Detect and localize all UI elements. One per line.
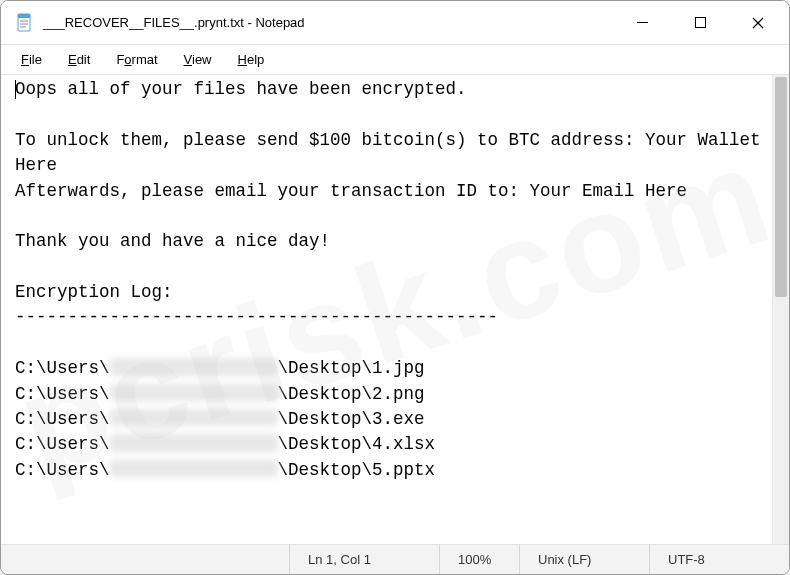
maximize-button[interactable] — [671, 1, 729, 44]
content-area: Oops all of your files have been encrypt… — [1, 75, 789, 544]
status-zoom: 100% — [439, 545, 519, 574]
statusbar: Ln 1, Col 1 100% Unix (LF) UTF-8 — [1, 544, 789, 574]
redacted-username: XXXXXXXXXXXXXXXX — [110, 358, 278, 376]
menubar: File Edit Format View Help — [1, 45, 789, 75]
close-button[interactable] — [729, 1, 787, 44]
status-eol: Unix (LF) — [519, 545, 649, 574]
menu-edit[interactable]: Edit — [56, 48, 102, 71]
menu-help[interactable]: Help — [226, 48, 277, 71]
redacted-username: XXXXXXXXXXXXXXXX — [110, 409, 278, 427]
notepad-window: ___RECOVER__FILES__.prynt.txt - Notepad … — [0, 0, 790, 575]
status-encoding: UTF-8 — [649, 545, 789, 574]
svg-rect-6 — [695, 18, 705, 28]
window-controls — [613, 1, 787, 44]
menu-format[interactable]: Format — [104, 48, 169, 71]
text-editor[interactable]: Oops all of your files have been encrypt… — [1, 75, 772, 544]
window-title: ___RECOVER__FILES__.prynt.txt - Notepad — [43, 15, 613, 30]
notepad-app-icon — [15, 13, 33, 33]
scroll-thumb[interactable] — [775, 77, 787, 297]
redacted-username: XXXXXXXXXXXXXXXX — [110, 384, 278, 402]
redacted-username: XXXXXXXXXXXXXXXX — [110, 434, 278, 452]
status-position: Ln 1, Col 1 — [289, 545, 439, 574]
vertical-scrollbar[interactable] — [772, 75, 789, 544]
titlebar: ___RECOVER__FILES__.prynt.txt - Notepad — [1, 1, 789, 45]
minimize-button[interactable] — [613, 1, 671, 44]
svg-rect-1 — [18, 14, 30, 18]
menu-view[interactable]: View — [172, 48, 224, 71]
redacted-username: XXXXXXXXXXXXXXXX — [110, 460, 278, 478]
menu-file[interactable]: File — [9, 48, 54, 71]
